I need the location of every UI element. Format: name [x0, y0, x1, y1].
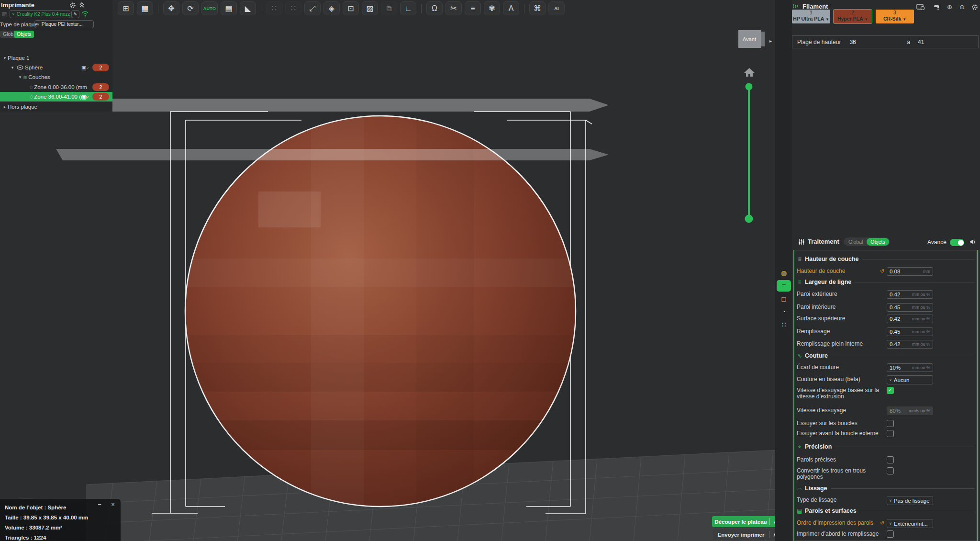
seam-gap-input[interactable]: [890, 365, 912, 371]
advanced-toggle[interactable]: [950, 239, 964, 246]
filament-slot-3[interactable]: 3 CR-Silk ▼: [876, 10, 914, 23]
inner-wall-width-input[interactable]: [890, 304, 912, 310]
slider-handle-bottom: [745, 215, 753, 223]
send-print-button[interactable]: Envoyer imprimer ∧: [713, 529, 780, 540]
eye-icon[interactable]: [17, 65, 23, 70]
tab-speed-icon[interactable]: ◔: [777, 306, 791, 317]
hollow-button[interactable]: ⊡: [343, 1, 359, 15]
pattern-button[interactable]: ▨: [362, 1, 378, 15]
tab-objects[interactable]: Objets: [14, 31, 34, 38]
tab-strength-icon-active[interactable]: ≡: [777, 280, 791, 292]
scale-button[interactable]: ⤢: [304, 1, 321, 15]
collapse-panel-icon[interactable]: [79, 1, 85, 9]
flush-faucet-icon[interactable]: [933, 3, 941, 10]
height-range-slider[interactable]: [745, 83, 753, 223]
layer-height-input[interactable]: [890, 269, 923, 274]
wipe-on-loops-checkbox[interactable]: [887, 420, 894, 427]
printer-select[interactable]: ∨ Creality K2 Plus 0.4 nozzle: [10, 10, 70, 18]
add-model-button[interactable]: ⊞: [118, 1, 134, 15]
internal-solid-infill-width-input[interactable]: [890, 341, 912, 347]
process-tab-global[interactable]: Global: [845, 238, 867, 246]
height-range-from-input[interactable]: [846, 39, 903, 45]
tree-label: Plaque 1: [8, 55, 29, 61]
top-surface-width-input[interactable]: [890, 316, 912, 322]
ironing-type-select[interactable]: ∨ Pas de lissage: [887, 496, 933, 505]
measure-button[interactable]: ∟: [400, 1, 416, 15]
home-view-icon[interactable]: [744, 68, 755, 77]
tree-row-zone-1[interactable]: ◌ Zone 0.00-36.00 (mm 2: [0, 82, 112, 92]
cut-button[interactable]: ✂: [445, 1, 462, 15]
slider-handle-top: [746, 83, 753, 90]
filament-name[interactable]: HP Ultra PLA ▼: [792, 16, 830, 23]
wifi-icon[interactable]: [81, 10, 89, 17]
assembly-button[interactable]: ⌘: [529, 1, 546, 15]
slice-plate-button[interactable]: Découper le plateau ∧: [712, 516, 780, 527]
tree-row-plate-1[interactable]: ▾ Plaque 1: [0, 53, 112, 63]
filament-settings-gear-icon[interactable]: [971, 4, 979, 11]
filament-slot-2-selected[interactable]: 2 Hyper PLA ▼: [834, 10, 872, 23]
expand-arrow-icon[interactable]: ▾: [2, 56, 8, 60]
wall-print-order-select[interactable]: ∨ Extérieur/int...: [887, 519, 933, 528]
height-range-to-input[interactable]: [914, 39, 980, 45]
scrollbar-thumb[interactable]: [977, 250, 978, 541]
arrange-button[interactable]: ▤: [221, 1, 237, 15]
tab-others-icon[interactable]: ∷: [777, 319, 791, 330]
convert-holes-to-polyholes-checkbox[interactable]: [887, 467, 894, 474]
filament-cube-icon[interactable]: ▣✓: [81, 65, 89, 71]
3d-viewport[interactable]: Avant ⊞ ▦ ✥ ⟳ AUTO ▤ ◣ ∷ ∷ ⤢: [0, 0, 775, 541]
variable-layer-height-button[interactable]: ≡: [465, 1, 481, 15]
expand-arrow-icon[interactable]: ▾: [17, 75, 23, 79]
megaphone-icon[interactable]: [969, 238, 977, 246]
tab-quality-icon[interactable]: ◍: [777, 267, 791, 279]
wipe-speed-from-extrusion-checkbox[interactable]: [887, 387, 894, 394]
print-infill-first-checkbox[interactable]: [887, 530, 894, 538]
add-filament-button[interactable]: ⊕: [947, 3, 952, 11]
edit-printer-button[interactable]: ✎: [71, 10, 79, 18]
filament-name[interactable]: CR-Silk ▼: [876, 16, 914, 23]
precise-walls-checkbox[interactable]: [887, 456, 894, 463]
unit-label: mm/s ou %: [909, 408, 930, 413]
tree-row-sphere[interactable]: ▾ Sphère ▣✓ 2: [0, 63, 112, 72]
lay-on-face-button[interactable]: ◣: [240, 1, 256, 15]
tree-row-off-plate[interactable]: ▸ Hors plaque: [0, 102, 112, 112]
filament-panel-title: Filament: [802, 3, 828, 10]
infill-width-input[interactable]: [890, 329, 912, 335]
support-painting-button[interactable]: Ω: [426, 1, 443, 15]
collapsed-arrow-icon[interactable]: ▸: [2, 104, 8, 109]
color-painting-button[interactable]: ✾: [484, 1, 500, 15]
height-plane-lower[interactable]: [56, 149, 609, 160]
sphere-model[interactable]: [185, 116, 576, 507]
move-button[interactable]: ✥: [163, 1, 179, 15]
panel-collapse-arrow-icon[interactable]: ▸: [769, 38, 772, 44]
rotate-button[interactable]: ⟳: [182, 1, 199, 15]
seam-painting-icon: ◈: [329, 4, 334, 13]
remove-filament-button[interactable]: ⊖: [959, 3, 965, 11]
right-sidebar: Filament ⊕ ⊖ 1 HP Ultra PLA ▼ 2 Hyper PL…: [775, 0, 980, 541]
gear-icon[interactable]: [69, 2, 77, 9]
filament-name[interactable]: Hyper PLA ▼: [834, 16, 872, 23]
text-tool-button[interactable]: A: [503, 1, 519, 15]
filament-slot-1[interactable]: 1 HP Ultra PLA ▼: [792, 10, 830, 23]
reset-value-icon[interactable]: ↺: [880, 267, 887, 274]
reset-value-icon[interactable]: ↺: [880, 519, 887, 526]
nav-cube-front-label[interactable]: Avant: [743, 36, 756, 42]
ams-icon[interactable]: [916, 3, 925, 10]
seam-painting-button[interactable]: ◈: [323, 1, 340, 15]
scarf-seam-select[interactable]: ∨ Aucun: [887, 375, 933, 384]
minimize-infobox-button[interactable]: −: [96, 501, 103, 508]
filament-cube-icon[interactable]: ▣✓: [81, 94, 89, 100]
ai-detect-button[interactable]: AI: [548, 1, 565, 15]
process-tab-objects[interactable]: Objets: [867, 238, 889, 246]
expand-arrow-icon[interactable]: ▾: [10, 65, 15, 70]
close-infobox-button[interactable]: ×: [109, 501, 117, 508]
tree-row-zone-2-selected[interactable]: ◌ Zone 36.00-41.00 (mr ▣✓ 2: [0, 92, 112, 101]
add-plate-button[interactable]: ▦: [137, 1, 153, 15]
wipe-before-external-loop-checkbox[interactable]: [887, 430, 894, 437]
height-plane-upper[interactable]: [112, 99, 609, 112]
tree-row-layers[interactable]: ▾ ≋ Couches: [0, 72, 112, 82]
plate-type-select[interactable]: ∨ Plaque PEI textur...: [34, 20, 94, 28]
tab-support-icon[interactable]: ◻: [777, 293, 791, 304]
outer-wall-width-input[interactable]: [890, 292, 912, 297]
split-to-objects-button: ∷: [285, 1, 301, 15]
auto-orient-button[interactable]: AUTO: [201, 1, 218, 15]
